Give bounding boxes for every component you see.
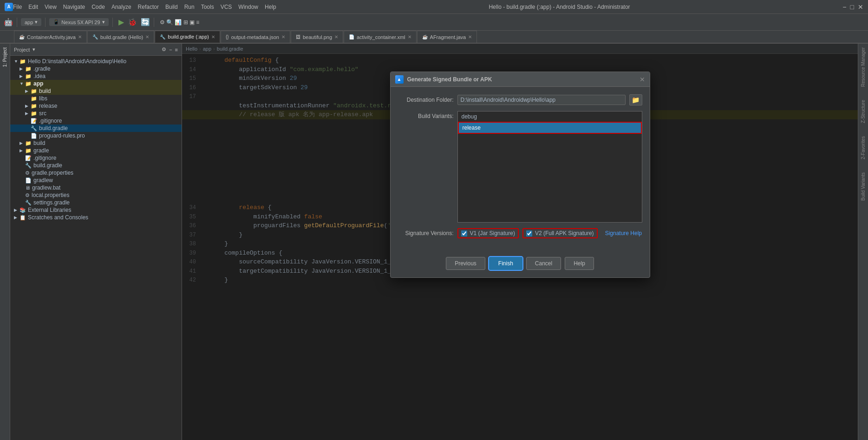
- tree-item-build-app[interactable]: ▶ 📁 build: [10, 87, 182, 95]
- tree-arrow-release: ▶: [25, 104, 31, 108]
- tree-item-gitignore-root[interactable]: 📝 .gitignore: [10, 154, 182, 162]
- menu-window[interactable]: Window: [238, 4, 258, 10]
- menu-code[interactable]: Code: [91, 4, 105, 10]
- dialog-close-button[interactable]: ✕: [640, 76, 645, 83]
- menu-vcs[interactable]: VCS: [221, 4, 232, 10]
- device-selector[interactable]: 📱 Nexus 5X API 29 ▾: [49, 18, 108, 26]
- project-panel-settings-icon[interactable]: ≡: [175, 47, 178, 53]
- menu-edit[interactable]: Edit: [28, 4, 38, 10]
- help-button[interactable]: Help: [565, 257, 594, 270]
- signature-versions-row: Signature Versions: V1 (Jar Signature) V…: [398, 228, 642, 238]
- cancel-button[interactable]: Cancel: [526, 257, 561, 270]
- tree-arrow-gradle-hidden: ▶: [20, 66, 25, 71]
- project-panel-config-icon[interactable]: ⚙: [162, 46, 166, 53]
- tree-item-libs[interactable]: 📁 libs: [10, 95, 182, 102]
- tree-label-idea: .idea: [33, 73, 46, 79]
- project-dropdown-icon[interactable]: ▾: [33, 46, 35, 53]
- title-bar-left: A: [5, 3, 13, 11]
- tree-item-release[interactable]: ▶ 📁 release: [10, 102, 182, 110]
- tab-activity-container-xml[interactable]: 📄 activity_container.xml ✕: [344, 31, 417, 43]
- tab-build-gradle-hello[interactable]: 🔧 build.gradle (Hello) ✕: [87, 31, 154, 43]
- tab-close-afragment-java[interactable]: ✕: [468, 34, 472, 39]
- tree-item-gradle-hidden[interactable]: ▶ 📁 .gradle: [10, 65, 182, 72]
- folder-build-root-icon: 📁: [25, 140, 32, 146]
- tab-close-container-activity[interactable]: ✕: [78, 34, 82, 39]
- folder-gradle-hidden-icon: 📁: [25, 66, 32, 72]
- destination-folder-input[interactable]: [457, 95, 626, 105]
- tree-item-proguard[interactable]: 📄 proguard-rules.pro: [10, 132, 182, 139]
- project-panel-collapse-icon[interactable]: −: [169, 47, 172, 53]
- build-variants-list[interactable]: debug release: [457, 111, 642, 223]
- folder-idea-icon: 📁: [25, 73, 32, 79]
- menu-tools[interactable]: Tools: [201, 4, 214, 10]
- tree-item-src[interactable]: ▶ 📁 src: [10, 110, 182, 117]
- right-sidebar-strip: Resource Manager Z-Structure 2-Favorites…: [858, 44, 868, 440]
- tree-label-build-gradle-app: build.gradle: [39, 125, 68, 131]
- tab-afragment-java[interactable]: ☕ AFragment.java ✕: [417, 31, 477, 43]
- menu-run[interactable]: Run: [184, 4, 195, 10]
- v2-signature-group: V2 (Full APK Signature): [522, 228, 598, 238]
- tree-item-hello-root[interactable]: ▼ 📁 Hello D:\install\Android\Androidwp\H…: [10, 58, 182, 65]
- sidebar-strip-build-variants[interactable]: Build Variants: [860, 171, 867, 203]
- tree-item-app[interactable]: ▼ 📁 app: [10, 80, 182, 87]
- tab-close-output-metadata[interactable]: ✕: [281, 34, 285, 39]
- variant-debug[interactable]: debug: [458, 112, 642, 122]
- debug-button[interactable]: 🐞: [128, 18, 137, 26]
- tree-item-idea[interactable]: ▶ 📁 .idea: [10, 72, 182, 80]
- sidebar-strip-project[interactable]: 1: Project: [1, 46, 8, 69]
- tree-label-gradle-properties: gradle.properties: [32, 170, 73, 176]
- tab-close-build-gradle-hello[interactable]: ✕: [145, 34, 149, 39]
- tree-label-build-root: build: [33, 140, 45, 146]
- sidebar-strip-resource-manager[interactable]: Resource Manager: [860, 46, 867, 89]
- tab-close-activity-container-xml[interactable]: ✕: [408, 34, 411, 39]
- signature-help-link[interactable]: Signature Help: [605, 230, 642, 236]
- generate-signed-apk-dialog: ▲ Generate Signed Bundle or APK ✕ Destin…: [390, 72, 650, 278]
- tree-item-external-libraries[interactable]: ▶ 📚 External Libraries: [10, 206, 182, 214]
- tab-label-build-gradle-app: build.gradle (:app): [168, 34, 209, 39]
- menu-refactor[interactable]: Refactor: [138, 4, 159, 10]
- tree-item-gradlew[interactable]: 📄 gradlew: [10, 177, 182, 184]
- tab-build-gradle-app[interactable]: 🔧 build.gradle (:app) ✕: [155, 31, 220, 43]
- tree-item-gradle[interactable]: ▶ 📁 gradle: [10, 147, 182, 154]
- tree-item-scratches[interactable]: ▶ 📋 Scratches and Consoles: [10, 214, 182, 221]
- sidebar-strip-favorites[interactable]: 2-Favorites: [860, 134, 867, 161]
- tab-beautiful-png[interactable]: 🖼 beautiful.png ✕: [291, 31, 343, 43]
- app-logo-icon: A: [5, 3, 13, 11]
- menu-navigate[interactable]: Navigate: [63, 4, 85, 10]
- finish-button[interactable]: Finish: [489, 257, 522, 270]
- minimize-button[interactable]: −: [842, 3, 846, 11]
- tree-label-gitignore-app: .gitignore: [39, 118, 62, 124]
- v2-checkbox[interactable]: [526, 230, 532, 236]
- tree-item-build-root[interactable]: ▶ 📁 build: [10, 139, 182, 147]
- v1-checkbox[interactable]: [461, 230, 467, 236]
- sidebar-strip-structure[interactable]: Z-Structure: [860, 98, 867, 125]
- destination-folder-label: Destination Folder:: [398, 97, 454, 103]
- tree-arrow-src: ▶: [25, 111, 31, 116]
- tab-close-build-gradle-app[interactable]: ✕: [211, 34, 215, 39]
- tree-item-settings-gradle[interactable]: 🔧 settings.gradle: [10, 199, 182, 206]
- menu-help[interactable]: Help: [265, 4, 276, 10]
- tree-item-gradlew-bat[interactable]: 🖥 gradlew.bat: [10, 184, 182, 191]
- previous-button[interactable]: Previous: [446, 257, 485, 270]
- tree-item-gitignore-app[interactable]: 📝 .gitignore: [10, 117, 182, 125]
- browse-folder-button[interactable]: 📁: [629, 94, 642, 105]
- sync-button[interactable]: 🔄: [141, 18, 150, 26]
- app-selector[interactable]: app ▾: [21, 18, 41, 26]
- menu-file[interactable]: File: [13, 4, 22, 10]
- tree-item-gradle-properties[interactable]: ⚙ gradle.properties: [10, 169, 182, 177]
- maximize-button[interactable]: □: [850, 3, 854, 11]
- tab-container-activity[interactable]: ☕ ContainerActivity.java ✕: [14, 31, 87, 43]
- tree-arrow-build-app: ▶: [25, 89, 31, 93]
- tab-output-metadata[interactable]: {} output-metadata.json ✕: [221, 31, 290, 43]
- tab-close-beautiful-png[interactable]: ✕: [334, 34, 338, 39]
- tree-item-build-gradle-app[interactable]: 🔧 build.gradle: [10, 125, 182, 132]
- tree-item-build-gradle-root[interactable]: 🔧 build.gradle: [10, 162, 182, 169]
- menu-view[interactable]: View: [45, 4, 57, 10]
- variant-release[interactable]: release: [458, 122, 642, 134]
- close-button[interactable]: ✕: [858, 3, 863, 11]
- settings-gradle-icon: 🔧: [25, 200, 32, 206]
- tree-item-local-properties[interactable]: ⚙ local.properties: [10, 191, 182, 199]
- menu-build[interactable]: Build: [165, 4, 178, 10]
- menu-analyze[interactable]: Analyze: [111, 4, 131, 10]
- run-button[interactable]: ▶: [117, 17, 126, 27]
